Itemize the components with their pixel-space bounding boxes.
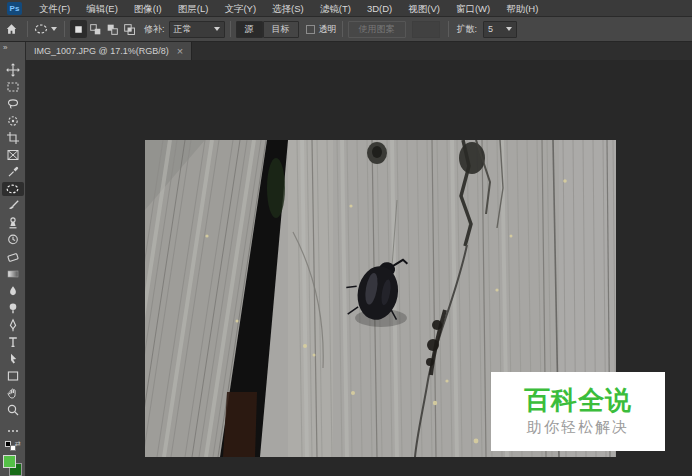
frame-tool[interactable] <box>2 148 24 162</box>
path-selection-tool[interactable] <box>2 352 24 366</box>
transparent-label: 透明 <box>319 23 337 36</box>
separator <box>64 21 65 37</box>
menu-help[interactable]: 帮助(H) <box>498 0 546 17</box>
color-swatches <box>3 455 23 476</box>
gradient-tool[interactable] <box>2 267 24 281</box>
hand-tool[interactable] <box>2 386 24 400</box>
brush-tool[interactable] <box>2 199 24 213</box>
crop-tool[interactable] <box>2 131 24 145</box>
subtract-from-selection-mode-button[interactable] <box>104 20 121 38</box>
close-tab-icon[interactable]: × <box>177 46 183 57</box>
menu-type[interactable]: 文字(Y) <box>216 0 264 17</box>
menu-3d[interactable]: 3D(D) <box>359 0 400 17</box>
pen-tool[interactable] <box>2 318 24 332</box>
diffusion-label: 扩散: <box>457 23 478 36</box>
document-tab-title: IMG_1007.JPG @ 17.1%(RGB/8) <box>34 46 169 56</box>
use-pattern-button: 使用图案 <box>348 21 406 38</box>
transparent-checkbox[interactable] <box>306 25 315 34</box>
menu-select[interactable]: 选择(S) <box>264 0 312 17</box>
add-to-selection-mode-button[interactable] <box>87 20 104 38</box>
quick-selection-tool[interactable] <box>2 114 24 128</box>
collapse-tools-panel-icon[interactable]: » <box>0 42 26 60</box>
watermark-title: 百科全说 <box>524 386 632 416</box>
swap-colors-icon[interactable]: ⇄ <box>15 440 21 448</box>
edit-toolbar-icon[interactable] <box>2 424 24 438</box>
history-brush-tool[interactable] <box>2 233 24 247</box>
clone-stamp-tool[interactable] <box>2 216 24 230</box>
tab-bar: » IMG_1007.JPG @ 17.1%(RGB/8) × <box>0 42 692 60</box>
new-selection-mode-button[interactable] <box>70 20 87 38</box>
diffusion-value: 5 <box>488 24 504 34</box>
eraser-tool[interactable] <box>2 250 24 264</box>
dodge-tool[interactable] <box>2 301 24 315</box>
photoshop-window: Ps 文件(F) 编辑(E) 图像(I) 图层(L) 文字(Y) 选择(S) 滤… <box>0 0 692 476</box>
marquee-tool[interactable] <box>2 80 24 94</box>
intersect-selection-mode-button[interactable] <box>121 20 138 38</box>
patch-mode-label: 修补: <box>144 23 165 36</box>
options-bar: 修补: 正常 源 目标 透明 使用图案 扩散: 5 <box>0 17 692 42</box>
photoshop-logo-icon: Ps <box>7 2 22 15</box>
separator <box>27 21 28 37</box>
transparent-checkbox-group[interactable]: 透明 <box>306 23 337 36</box>
menu-view[interactable]: 视图(V) <box>400 0 448 17</box>
document-tab[interactable]: IMG_1007.JPG @ 17.1%(RGB/8) × <box>26 42 192 60</box>
eyedropper-tool[interactable] <box>2 165 24 179</box>
menu-image[interactable]: 图像(I) <box>126 0 170 17</box>
patch-tool[interactable] <box>2 182 24 196</box>
watermark: 百科全说 助你轻松解决 <box>491 372 665 451</box>
zoom-tool[interactable] <box>2 403 24 417</box>
chevron-down-icon <box>51 27 57 31</box>
pattern-picker-well <box>412 21 440 38</box>
patch-tool-preset-button[interactable] <box>33 22 59 36</box>
tools-panel: ⇄ <box>0 60 26 476</box>
menu-filter[interactable]: 滤镜(T) <box>312 0 359 17</box>
chevron-down-icon <box>506 27 512 31</box>
separator <box>342 21 343 37</box>
rectangle-tool[interactable] <box>2 369 24 383</box>
diffusion-dropdown[interactable]: 5 <box>483 21 517 38</box>
menu-layer[interactable]: 图层(L) <box>170 0 217 17</box>
destination-toggle-button[interactable]: 目标 <box>263 21 299 38</box>
canvas-area[interactable]: 百科全说 助你轻松解决 <box>26 60 692 476</box>
move-tool[interactable] <box>2 63 24 77</box>
blur-tool[interactable] <box>2 284 24 298</box>
home-icon[interactable] <box>0 23 22 35</box>
chevron-down-icon <box>214 27 220 31</box>
menu-window[interactable]: 窗口(W) <box>448 0 498 17</box>
source-toggle-button[interactable]: 源 <box>236 21 263 38</box>
patch-mode-value: 正常 <box>174 23 212 36</box>
foreground-color-swatch[interactable] <box>3 455 16 468</box>
menu-edit[interactable]: 编辑(E) <box>78 0 126 17</box>
watermark-subtitle: 助你轻松解决 <box>527 418 629 437</box>
separator <box>448 21 449 37</box>
menu-file[interactable]: 文件(F) <box>31 0 78 17</box>
patch-mode-dropdown[interactable]: 正常 <box>169 21 225 38</box>
menu-bar: Ps 文件(F) 编辑(E) 图像(I) 图层(L) 文字(Y) 选择(S) 滤… <box>0 0 692 17</box>
lasso-tool[interactable] <box>2 97 24 111</box>
separator <box>230 21 231 37</box>
default-colors-icon[interactable]: ⇄ <box>5 441 21 453</box>
type-tool[interactable] <box>2 335 24 349</box>
